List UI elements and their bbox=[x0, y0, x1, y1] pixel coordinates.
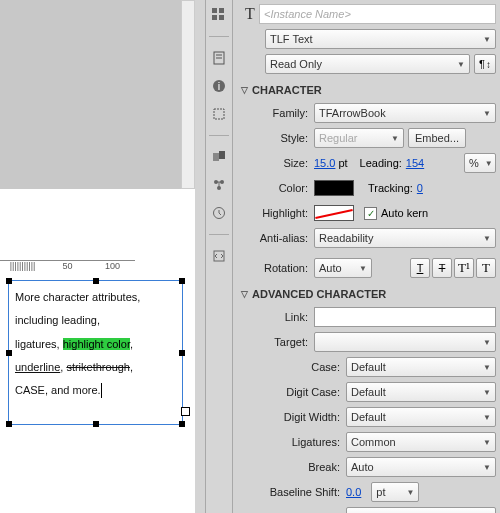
code-snippets-icon[interactable] bbox=[210, 247, 228, 265]
text-run: , bbox=[130, 338, 133, 350]
resize-handle[interactable] bbox=[6, 278, 12, 284]
rotation-label: Rotation: bbox=[241, 262, 314, 274]
chevron-down-icon: ▼ bbox=[477, 109, 491, 118]
digit-case-value: Default bbox=[351, 386, 386, 398]
superscript-button[interactable]: T¹ bbox=[454, 258, 474, 278]
text-color-swatch[interactable] bbox=[314, 180, 354, 196]
text-run: including leading, bbox=[15, 314, 100, 326]
resize-handle[interactable] bbox=[179, 278, 185, 284]
info-icon[interactable]: i bbox=[210, 77, 228, 95]
chevron-down-icon: ▼ bbox=[385, 134, 399, 143]
vertical-scrollbar[interactable] bbox=[181, 0, 195, 189]
chevron-down-icon: ▼ bbox=[477, 35, 491, 44]
digit-case-dropdown[interactable]: Default▼ bbox=[346, 382, 496, 402]
autokern-checkbox[interactable]: ✓ bbox=[364, 207, 377, 220]
font-family-value: TFArrowBook bbox=[319, 107, 386, 119]
pasteboard-area bbox=[0, 0, 190, 189]
font-family-dropdown[interactable]: TFArrowBook▼ bbox=[314, 103, 496, 123]
svg-rect-3 bbox=[219, 15, 224, 20]
text-direction-button[interactable] bbox=[474, 54, 496, 74]
digit-case-label: Digit Case: bbox=[241, 386, 346, 398]
link-label: Link: bbox=[241, 311, 314, 323]
leading-field[interactable]: 154 bbox=[406, 157, 424, 169]
link-input[interactable] bbox=[314, 307, 496, 327]
baseline-unit-value: pt bbox=[376, 486, 385, 498]
instance-name-input[interactable]: <Instance Name> bbox=[259, 4, 496, 24]
text-frame[interactable]: More character attributes, including lea… bbox=[8, 280, 183, 425]
autokern-label: Auto kern bbox=[381, 207, 428, 219]
resize-handle[interactable] bbox=[179, 421, 185, 427]
resize-handle[interactable] bbox=[6, 421, 12, 427]
font-size-field[interactable]: 15.0 bbox=[314, 157, 335, 169]
text-type-dropdown[interactable]: Read Only▼ bbox=[265, 54, 470, 74]
text-type-value: Read Only bbox=[270, 58, 322, 70]
case-label: Case: bbox=[241, 361, 346, 373]
history-icon[interactable] bbox=[210, 204, 228, 222]
font-style-dropdown[interactable]: Regular▼ bbox=[314, 128, 404, 148]
resize-handle[interactable] bbox=[6, 350, 12, 356]
baseline-shift-field[interactable]: 0.0 bbox=[346, 486, 361, 498]
color-label: Color: bbox=[241, 182, 314, 194]
chevron-down-icon: ▼ bbox=[400, 488, 414, 497]
leading-label: Leading: bbox=[360, 157, 402, 169]
chevron-down-icon: ▼ bbox=[477, 388, 491, 397]
baseline-unit-dropdown[interactable]: pt▼ bbox=[371, 482, 419, 502]
library-icon[interactable] bbox=[210, 49, 228, 67]
resize-handle[interactable] bbox=[93, 278, 99, 284]
text-run-highlight: highlight color bbox=[63, 338, 130, 350]
section-title: CHARACTER bbox=[252, 84, 322, 96]
ligatures-dropdown[interactable]: Common▼ bbox=[346, 432, 496, 452]
tracking-field[interactable]: 0 bbox=[417, 182, 423, 194]
text-run-underline: underline bbox=[15, 361, 60, 373]
svg-text:i: i bbox=[218, 80, 220, 92]
components-icon[interactable] bbox=[210, 148, 228, 166]
advanced-character-section-header[interactable]: ▽ ADVANCED CHARACTER bbox=[241, 282, 496, 303]
locale-dropdown[interactable]: English▼ bbox=[346, 507, 496, 513]
chevron-down-icon: ▼ bbox=[477, 438, 491, 447]
break-value: Auto bbox=[351, 461, 374, 473]
antialias-dropdown[interactable]: Readability▼ bbox=[314, 228, 496, 248]
grid-icon[interactable] bbox=[210, 6, 228, 24]
break-dropdown[interactable]: Auto▼ bbox=[346, 457, 496, 477]
leading-unit-dropdown[interactable]: %▼ bbox=[464, 153, 496, 173]
antialias-value: Readability bbox=[319, 232, 373, 244]
family-label: Family: bbox=[241, 107, 314, 119]
panel-dock: i bbox=[205, 0, 233, 513]
text-outport[interactable] bbox=[181, 407, 190, 416]
highlight-color-swatch[interactable] bbox=[314, 205, 354, 221]
strikethrough-button[interactable]: T bbox=[432, 258, 452, 278]
case-dropdown[interactable]: Default▼ bbox=[346, 357, 496, 377]
text-run: ligatures, bbox=[15, 338, 63, 350]
resize-handle[interactable] bbox=[93, 421, 99, 427]
svg-rect-0 bbox=[212, 8, 217, 13]
chevron-down-icon: ▼ bbox=[477, 363, 491, 372]
twisty-down-icon: ▽ bbox=[241, 289, 248, 299]
rotation-dropdown[interactable]: Auto▼ bbox=[314, 258, 372, 278]
text-engine-dropdown[interactable]: TLF Text▼ bbox=[265, 29, 496, 49]
text-run: , bbox=[130, 361, 133, 373]
resize-handle[interactable] bbox=[179, 350, 185, 356]
text-tool-icon: T bbox=[241, 5, 259, 23]
digit-width-dropdown[interactable]: Default▼ bbox=[346, 407, 496, 427]
text-run: More character attributes, bbox=[15, 291, 140, 303]
underline-button[interactable]: T bbox=[410, 258, 430, 278]
document-canvas: ||||||||||| 50 100 More character attrib… bbox=[0, 0, 195, 513]
text-content[interactable]: More character attributes, including lea… bbox=[9, 281, 182, 405]
embed-button[interactable]: Embed... bbox=[408, 128, 466, 148]
antialias-label: Anti-alias: bbox=[241, 232, 314, 244]
text-run-caps: CASE bbox=[15, 384, 45, 396]
behaviors-icon[interactable] bbox=[210, 176, 228, 194]
chevron-down-icon: ▼ bbox=[451, 60, 465, 69]
transform-icon[interactable] bbox=[210, 105, 228, 123]
subscript-button[interactable]: T bbox=[476, 258, 496, 278]
ruler-mark: ||||||||||| bbox=[0, 260, 45, 272]
character-section-header[interactable]: ▽ CHARACTER bbox=[241, 78, 496, 99]
chevron-down-icon: ▼ bbox=[479, 159, 493, 168]
size-label: Size: bbox=[241, 157, 314, 169]
chevron-down-icon: ▼ bbox=[477, 413, 491, 422]
text-cursor bbox=[101, 383, 102, 398]
baseline-shift-label: Baseline Shift: bbox=[241, 486, 346, 498]
target-dropdown[interactable]: ▼ bbox=[314, 332, 496, 352]
ligatures-value: Common bbox=[351, 436, 396, 448]
svg-rect-2 bbox=[212, 15, 217, 20]
